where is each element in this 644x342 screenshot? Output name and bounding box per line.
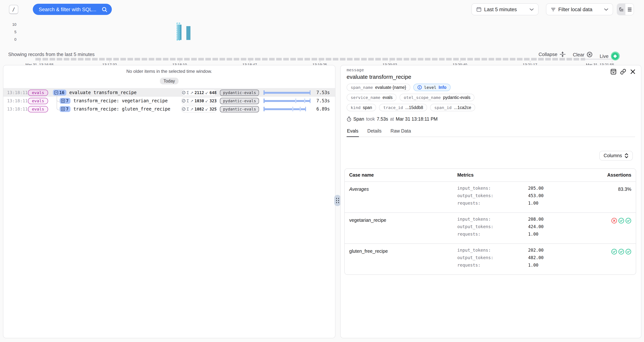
otel-scope-tag[interactable]: pydantic-evals [220, 89, 259, 96]
assertion-icons [594, 218, 631, 224]
clear-circle-x-icon [586, 52, 592, 58]
assertion-pass-icon [611, 249, 617, 255]
timing-duration: 7.53s [377, 116, 388, 122]
duration-bar [264, 107, 311, 111]
search-input[interactable]: Search & filter with SQL... [33, 4, 112, 15]
span-timing-line: Span took 7.53s at Mar 31 13:18:11 PM [341, 111, 641, 122]
input-tokens: 1030 [194, 99, 204, 103]
search-icon [102, 7, 107, 12]
timing-span-word: Span [353, 116, 364, 122]
stopwatch-icon [346, 116, 352, 122]
arrow-down-left-icon: ↙ [205, 90, 208, 95]
close-icon[interactable] [630, 68, 636, 75]
attr-service-name[interactable]: service_nameevals [346, 94, 397, 101]
x-axis-tickmark [612, 61, 612, 62]
coin-icon [182, 91, 186, 94]
collapse-icon [560, 52, 565, 57]
histogram-bar[interactable] [186, 26, 190, 40]
sigma-icon: Σ [187, 99, 189, 103]
collapse-button[interactable]: Collapse [538, 52, 565, 57]
live-button[interactable]: Live [600, 52, 620, 61]
token-usage-badge[interactable]: Σ ↗1082 ↙325 [181, 106, 217, 112]
assertion-pass-icon [625, 218, 631, 224]
list-view-toggle[interactable] [625, 4, 634, 15]
chevron-down-icon [604, 8, 608, 11]
time-selection-brush [177, 23, 180, 40]
table-row-averages[interactable]: Averages input_tokens:205.00 output_toke… [345, 182, 636, 213]
arrow-up-right-icon: ↗ [190, 90, 194, 95]
tree-view-toggle[interactable] [617, 4, 625, 15]
span-timestamp: 13:18:11 [3, 90, 24, 95]
span-name: evaluate transform_recipe [69, 90, 136, 95]
otel-scope-tag[interactable]: pydantic-evals [220, 106, 259, 112]
date-chip: Today [160, 78, 178, 84]
otel-scope-tag[interactable]: pydantic-evals [220, 98, 259, 104]
duration-bar [264, 90, 311, 95]
tab-details[interactable]: Details [367, 127, 382, 137]
tab-raw-data[interactable]: Raw Data [390, 127, 412, 137]
evals-table-header: Case name Metrics Assertions [345, 169, 636, 182]
attr-level[interactable]: levelInfo [413, 84, 450, 91]
y-axis-tick: 0 [6, 37, 16, 42]
clear-button[interactable]: Clear [573, 52, 592, 58]
attr-kind[interactable]: kindspan [346, 104, 376, 111]
case-name: gluten_free_recipe [349, 248, 457, 270]
output-tokens: 648 [210, 90, 216, 95]
y-axis-tick: 10 [6, 22, 16, 27]
token-usage-badge[interactable]: Σ ↗2112 ↙648 [181, 89, 217, 96]
assertion-pass-icon [625, 249, 631, 255]
check-circle-icon [611, 249, 617, 255]
assertion-fail-icon [611, 218, 617, 224]
assertion-icons [594, 249, 631, 255]
table-row-gluten-free-recipe[interactable]: gluten_free_recipe input_tokens:202.00 o… [345, 244, 636, 274]
attr-trace-id[interactable]: trace_id...15ddb8 [379, 104, 427, 111]
check-circle-icon [625, 249, 631, 255]
trace-row-gluten-free-recipe[interactable]: 13:18:11 evals +7 transform_recipe: glut… [3, 105, 335, 113]
token-usage-badge[interactable]: Σ ↗1030 ↙323 [181, 97, 217, 104]
input-tokens: 2112 [194, 90, 204, 95]
attribute-badges: span_nameevaluate {name} levelInfo servi… [341, 80, 641, 111]
attr-span-name[interactable]: span_nameevaluate {name} [346, 84, 410, 91]
info-circle-icon [417, 85, 422, 90]
expand-toggle[interactable]: +7 [60, 98, 70, 104]
y-axis-tick: 5 [6, 30, 16, 34]
live-label: Live [600, 53, 608, 59]
attr-otel-scope-name[interactable]: otel_scope_namepydantic-evals [400, 94, 474, 101]
case-name: vegetarian_recipe [349, 217, 457, 239]
tab-evals[interactable]: Evals [346, 127, 359, 137]
arrow-up-right-icon: ↗ [190, 99, 194, 103]
input-tokens: 1082 [194, 107, 204, 111]
trace-row-evaluate-transform-recipe[interactable]: 13:18:11 evals −16 evaluate transform_re… [3, 88, 335, 97]
dock-panel-icon[interactable] [610, 68, 616, 75]
filter-local-data-dropdown[interactable]: Filter local data [546, 3, 613, 15]
attr-span-id[interactable]: span_id...1ca2ce [430, 104, 475, 111]
evals-table: Case name Metrics Assertions Averages in… [344, 168, 636, 275]
x-axis-tickmark [460, 61, 460, 62]
service-badge[interactable]: evals [28, 106, 48, 112]
columns-dropdown-button[interactable]: Columns [599, 151, 633, 160]
trace-row-vegetarian-recipe[interactable]: 13:18:11 evals +7 transform_recipe: vege… [3, 97, 335, 105]
record-kind-label: message [346, 68, 635, 72]
panel-resize-handle[interactable] [334, 195, 341, 206]
x-circle-icon [611, 218, 617, 224]
top-bar: / Search & filter with SQL... Last 5 min… [0, 0, 644, 19]
x-axis-tickmark [110, 61, 110, 62]
arrow-down-left-icon: ↙ [205, 99, 208, 103]
service-badge[interactable]: evals [28, 89, 48, 96]
clear-label: Clear [573, 52, 584, 57]
assertion-percentage: 83.3% [594, 186, 631, 208]
table-row-vegetarian-recipe[interactable]: vegetarian_recipe input_tokens:208.00 ou… [345, 213, 636, 244]
view-mode-toggle [617, 3, 634, 15]
sigma-icon: Σ [187, 90, 189, 95]
service-badge[interactable]: evals [28, 98, 48, 104]
x-axis-tickmark [180, 61, 180, 62]
time-range-dropdown[interactable]: Last 5 minutes [472, 3, 538, 15]
x-axis-tickmark [320, 61, 320, 62]
coin-icon [182, 99, 186, 103]
assertion-pass-icon [618, 249, 624, 255]
copy-link-icon[interactable] [620, 68, 626, 75]
duration-bar [264, 99, 311, 103]
plus-square-icon: + [61, 99, 65, 103]
status-row: Showing records from the last 5 minutes … [0, 49, 644, 61]
expand-toggle[interactable]: +7 [60, 106, 70, 112]
